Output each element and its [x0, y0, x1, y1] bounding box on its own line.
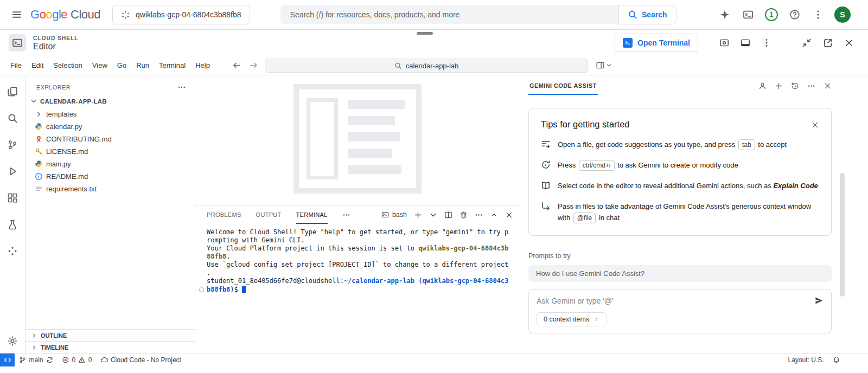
menu-run[interactable]: Run — [131, 59, 154, 72]
gemini-scrollbar[interactable] — [840, 173, 845, 297]
menu-view[interactable]: View — [87, 59, 112, 72]
folder-root[interactable]: CALENDAR-APP-LAB — [25, 95, 195, 108]
keycap: @file — [573, 213, 596, 223]
account-avatar[interactable]: S — [834, 7, 851, 23]
close-panel-button[interactable] — [505, 211, 513, 219]
activity-source-control[interactable] — [6, 138, 19, 151]
editor-layout-button[interactable] — [596, 61, 612, 70]
menu-help[interactable]: Help — [190, 59, 215, 72]
gemini-title-tab[interactable]: GEMINI CODE ASSIST — [528, 75, 598, 96]
tip-magic-icon — [541, 160, 551, 170]
panel-tab-terminal[interactable]: TERMINAL — [296, 205, 328, 224]
tips-list: Open a file, get code suggestions as you… — [541, 139, 819, 223]
navigate-forward-button[interactable] — [249, 61, 258, 70]
file-templates[interactable]: templates — [25, 108, 195, 120]
activate-cloud-shell-button[interactable] — [739, 5, 757, 24]
menu-edit[interactable]: Edit — [27, 59, 48, 72]
sparkle-icon — [719, 9, 730, 20]
info-icon — [35, 172, 43, 181]
activity-settings[interactable] — [6, 335, 19, 348]
terminal-shell-select[interactable]: bash — [381, 211, 407, 218]
close-cloud-shell-button[interactable] — [841, 35, 857, 51]
gemini-input[interactable] — [537, 297, 809, 305]
panel-drag-handle[interactable] — [417, 32, 433, 35]
notifications-button[interactable]: 1 — [762, 5, 781, 24]
more-options-button[interactable] — [809, 5, 827, 24]
shell-more-options-button[interactable] — [758, 35, 775, 51]
panel-tab-problems[interactable]: PROBLEMS — [207, 205, 241, 224]
keycap: ctrl/cmd+i — [579, 160, 615, 171]
activity-extensions[interactable] — [6, 191, 19, 204]
activity-test-beaker[interactable] — [6, 218, 19, 231]
prompt-mini-icon — [624, 40, 631, 46]
section-outline[interactable]: OUTLINE — [25, 329, 195, 341]
file-main.py[interactable]: main.py — [25, 158, 195, 170]
file-calendar.py[interactable]: calendar.py — [25, 120, 195, 133]
explorer-more-actions[interactable] — [177, 83, 186, 92]
open-in-new-window-button[interactable] — [820, 35, 836, 51]
gemini-more-button[interactable] — [807, 82, 815, 90]
bottom-panel: PROBLEMSOUTPUTTERMINAL bash — [195, 205, 520, 353]
terminal-output[interactable]: Welcome to Cloud Shell! Type "help" to g… — [195, 224, 520, 353]
file-license.md[interactable]: LICENSE.md — [25, 145, 195, 158]
menu-terminal[interactable]: Terminal — [154, 59, 190, 72]
context-items-button[interactable]: 0 context items — [537, 312, 607, 326]
illustration-page — [307, 98, 338, 179]
console-search-input[interactable] — [280, 5, 618, 24]
web-preview-button[interactable] — [716, 35, 732, 51]
panel-more-tabs[interactable] — [342, 211, 350, 219]
keyboard-layout-status[interactable]: Layout: U.S. — [788, 356, 824, 364]
gemini-new-chat-button[interactable] — [775, 82, 783, 90]
project-selector[interactable]: qwiklabs-gcp-04-6804c3b88fb8 — [112, 5, 250, 24]
activity-files[interactable] — [6, 85, 19, 98]
panel-tab-output[interactable]: OUTPUT — [256, 205, 282, 224]
panel-more-actions[interactable] — [475, 211, 483, 219]
terminal-dropdown-button[interactable] — [429, 211, 437, 219]
split-terminal-button[interactable] — [444, 211, 452, 219]
navigate-back-button[interactable] — [232, 61, 241, 70]
workspace-search-box[interactable]: calendar-app-lab — [265, 59, 588, 73]
key-icon — [35, 147, 43, 156]
cloud-code-icon — [7, 246, 18, 256]
gemini-assistant-button[interactable] — [716, 5, 734, 24]
gemini-history-button[interactable] — [791, 82, 799, 90]
file-contributing.md[interactable]: CONTRIBUTING.md — [25, 133, 195, 145]
file-list: templatescalendar.pyCONTRIBUTING.mdLICEN… — [25, 108, 195, 195]
menu-selection[interactable]: Selection — [48, 59, 87, 72]
file-readme.md[interactable]: README.md — [25, 170, 195, 183]
minimize-button[interactable] — [799, 35, 815, 51]
open-terminal-button[interactable]: Open Terminal — [615, 34, 698, 52]
tips-title: Tips for getting started — [541, 119, 630, 130]
toggle-panel-button[interactable] — [737, 35, 754, 51]
file-requirements.txt[interactable]: requirements.txt — [25, 183, 195, 195]
new-terminal-button[interactable] — [414, 211, 422, 219]
git-branch-status[interactable]: main — [15, 353, 58, 366]
gemini-input-row — [537, 296, 824, 305]
tips-close-button[interactable] — [811, 121, 819, 129]
google-cloud-logo[interactable]: Google Cloud — [30, 8, 100, 22]
google-logo-letters: Google — [30, 8, 67, 22]
notifications-bell[interactable] — [833, 356, 840, 364]
console-search-button[interactable]: Search — [618, 5, 676, 24]
send-button[interactable] — [814, 296, 824, 305]
kill-terminal-button[interactable] — [459, 211, 468, 219]
main-menu-button[interactable] — [8, 5, 26, 24]
maximize-panel-button[interactable] — [490, 211, 498, 219]
section-timeline[interactable]: TIMELINE — [25, 341, 195, 353]
remote-window-indicator[interactable] — [0, 353, 15, 366]
menu-go[interactable]: Go — [112, 59, 131, 72]
close-icon — [844, 38, 854, 48]
gemini-close-button[interactable] — [824, 82, 832, 90]
help-button[interactable] — [786, 5, 804, 24]
activity-search[interactable] — [6, 112, 19, 125]
tip-item: Open a file, get code suggestions as you… — [541, 139, 819, 150]
terminal-badge-icon — [623, 38, 633, 48]
problems-status[interactable]: 0 0 — [58, 353, 96, 366]
menu-file[interactable]: File — [5, 59, 27, 72]
prompt-suggestion[interactable]: How do I use Gemini Code Assist? — [528, 265, 832, 282]
activity-run-debug[interactable] — [6, 165, 19, 178]
cloud-shell-overline: CLOUD SHELL — [33, 35, 78, 41]
cloud-code-status[interactable]: Cloud Code - No Project — [96, 353, 186, 366]
gemini-feedback-button[interactable] — [758, 82, 767, 90]
activity-cloud-code[interactable] — [6, 245, 19, 258]
